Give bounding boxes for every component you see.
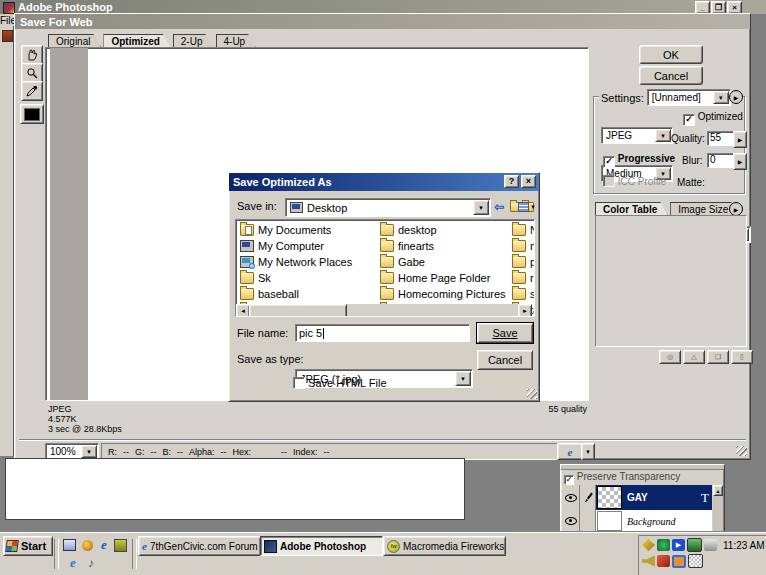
list-item[interactable]: Gabe — [380, 254, 512, 270]
save-as-type-dropdown-arrow[interactable]: ▼ — [455, 371, 471, 386]
save-dialog-resize-grip[interactable] — [527, 389, 537, 399]
volume-icon[interactable] — [642, 555, 655, 567]
tab-color-table[interactable]: Color Table — [595, 202, 668, 216]
task-button-browser[interactable]: e 7thGenCivic.com Forum - ... — [138, 536, 261, 556]
zoom-tool[interactable] — [21, 63, 43, 83]
list-item[interactable]: baseball — [240, 286, 380, 302]
close-dialog-button[interactable]: × — [521, 175, 536, 188]
tray-display-icon[interactable] — [687, 538, 702, 552]
back-button[interactable]: ⇦ — [491, 199, 507, 214]
web-shift-button[interactable]: ◎ — [659, 350, 681, 364]
settings-dropdown-arrow[interactable]: ▼ — [713, 91, 729, 104]
edit-mode-cell[interactable] — [580, 485, 596, 510]
scroll-left-button[interactable]: ◄ — [236, 304, 250, 317]
list-item[interactable]: My Computer — [240, 238, 380, 254]
list-item[interactable]: Homecoming Pictures — [380, 286, 512, 302]
preserve-transparency-checkbox[interactable] — [564, 475, 574, 485]
scroll-thumb[interactable] — [249, 304, 347, 317]
preview-in-browser-button[interactable]: e — [557, 443, 583, 460]
visibility-toggle[interactable] — [563, 485, 580, 510]
list-item[interactable]: My Network Places — [240, 254, 380, 270]
tab-4up[interactable]: 4-Up — [216, 34, 257, 48]
save-html-option[interactable]: Save HTML File — [293, 377, 387, 389]
hand-tool[interactable] — [21, 45, 43, 65]
color-swatch[interactable] — [20, 104, 44, 124]
edit-mode-cell[interactable] — [580, 510, 596, 532]
view-menu-button[interactable]: ▼ — [517, 199, 537, 214]
quality-field[interactable]: 55 — [707, 131, 735, 146]
cancel-save-button[interactable]: Cancel — [477, 350, 533, 370]
tray-scheduler-icon[interactable] — [688, 554, 703, 568]
list-item[interactable]: Sk — [240, 270, 380, 286]
format-dropdown-arrow[interactable]: ▼ — [655, 129, 671, 142]
tab-original[interactable]: Original — [48, 34, 101, 48]
layer-row-background[interactable]: Background — [563, 510, 712, 532]
list-item[interactable]: My Documents — [240, 222, 380, 238]
tray-key-icon[interactable] — [642, 539, 655, 551]
settings-flyout-button[interactable]: ▶ — [729, 90, 743, 104]
layer-thumbnail[interactable] — [597, 511, 622, 531]
layer-name-cell[interactable]: Background — [623, 510, 712, 532]
zoom-dropdown-arrow[interactable]: ▼ — [81, 445, 97, 458]
visibility-toggle[interactable] — [563, 510, 580, 532]
tab-optimized[interactable]: Optimized — [103, 34, 170, 48]
layer-name-cell[interactable]: GAY — [623, 485, 701, 510]
lock-color-button[interactable]: △ — [683, 350, 705, 364]
layer-row-gay[interactable]: GAY T — [563, 485, 712, 511]
layer-thumbnail[interactable] — [597, 486, 622, 509]
start-button[interactable]: Start — [3, 536, 53, 556]
list-item[interactable]: finearts — [380, 238, 512, 254]
resize-grip[interactable] — [736, 446, 747, 456]
show-desktop-icon[interactable] — [62, 538, 77, 552]
file-list[interactable]: My Documents My Computer My Network Plac… — [235, 219, 535, 317]
media-player-icon[interactable] — [80, 538, 95, 552]
ok-button[interactable]: OK — [639, 45, 703, 64]
clock[interactable]: 11:23 AM — [723, 540, 765, 551]
task-button-fireworks[interactable]: fw Macromedia Fireworks MX... — [383, 536, 506, 556]
blur-slider-arrow[interactable]: ▶ — [733, 153, 747, 170]
progressive-checkbox-box[interactable] — [603, 156, 615, 168]
messenger-icon[interactable] — [113, 538, 128, 552]
delete-color-button[interactable]: ▯ — [731, 350, 753, 364]
tray-antivirus-icon[interactable] — [657, 539, 670, 551]
tray-player-icon[interactable]: ▶ — [672, 539, 685, 551]
save-button[interactable]: Save — [477, 323, 533, 343]
optimized-checkbox[interactable]: Optimized — [683, 111, 743, 126]
blur-field[interactable]: 0 — [707, 153, 735, 168]
internet-explorer-icon[interactable]: e — [97, 537, 111, 552]
color-table-flyout-button[interactable]: ▶ — [729, 202, 743, 216]
mail-icon[interactable]: e — [66, 555, 80, 570]
list-item[interactable]: Ne — [512, 222, 535, 238]
list-item[interactable]: pic — [512, 254, 535, 270]
tray-update-icon[interactable] — [657, 555, 670, 567]
file-name-input[interactable]: pic 5 — [295, 324, 470, 342]
save-in-dropdown-arrow[interactable]: ▼ — [473, 200, 489, 215]
layers-scrollbar[interactable]: ▲ — [713, 485, 723, 532]
list-item[interactable]: desktop — [380, 222, 512, 238]
music-player-icon[interactable]: ♪ — [84, 555, 98, 570]
optimized-checkbox-box[interactable] — [683, 114, 695, 126]
format-select[interactable]: JPEG ▼ — [601, 127, 673, 144]
tray-mail-icon[interactable] — [672, 555, 686, 568]
file-list-hscrollbar[interactable]: ◄ ► — [236, 304, 532, 316]
cancel-button[interactable]: Cancel — [639, 66, 703, 85]
scroll-right-button[interactable]: ► — [518, 304, 532, 317]
tab-2up[interactable]: 2-Up — [173, 34, 214, 48]
save-in-select[interactable]: Desktop ▼ — [285, 198, 491, 217]
new-color-button[interactable]: ❏ — [707, 350, 729, 364]
list-item[interactable]: Home Page Folder — [380, 270, 512, 286]
help-button[interactable]: ? — [504, 175, 519, 188]
list-item[interactable]: stu — [512, 286, 535, 302]
list-item[interactable]: nev — [512, 238, 535, 254]
list-item[interactable]: rot — [512, 270, 535, 286]
eyedropper-tool[interactable] — [21, 81, 43, 101]
quality-slider-arrow[interactable]: ▶ — [733, 131, 747, 148]
tray-eject-icon[interactable] — [704, 539, 717, 551]
preserve-transparency-option[interactable]: Preserve Transparency — [564, 471, 680, 485]
document-window[interactable] — [5, 458, 465, 520]
save-html-checkbox[interactable] — [293, 377, 305, 389]
progressive-checkbox[interactable]: Progressive — [603, 153, 675, 168]
scroll-up-button[interactable]: ▲ — [713, 485, 723, 496]
file-menu[interactable]: File — [0, 15, 14, 26]
settings-preset-select[interactable]: [Unnamed] ▼ — [647, 89, 731, 106]
